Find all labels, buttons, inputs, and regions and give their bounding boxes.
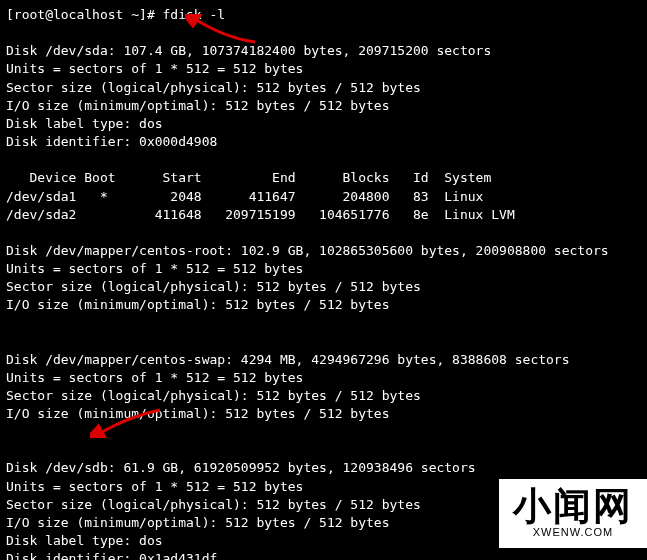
disk-root-line: Disk /dev/mapper/centos-root: 102.9 GB, … xyxy=(6,242,641,260)
disk-sdb-line: Disk /dev/sdb: 61.9 GB, 61920509952 byte… xyxy=(6,459,641,477)
disk-sda-line: Disk /dev/sda: 107.4 GB, 107374182400 by… xyxy=(6,42,641,60)
watermark-url: XWENW.COM xyxy=(513,527,633,538)
disk-sda-identifier: Disk identifier: 0x000d4908 xyxy=(6,133,641,151)
watermark: 小闻网 XWENW.COM xyxy=(499,479,647,548)
disk-sda-units: Units = sectors of 1 * 512 = 512 bytes xyxy=(6,60,641,78)
partition-row: /dev/sda1 * 2048 411647 204800 83 Linux xyxy=(6,188,641,206)
disk-root-units: Units = sectors of 1 * 512 = 512 bytes xyxy=(6,260,641,278)
disk-root-io: I/O size (minimum/optimal): 512 bytes / … xyxy=(6,296,641,314)
disk-root-sector: Sector size (logical/physical): 512 byte… xyxy=(6,278,641,296)
blank-line xyxy=(6,333,641,351)
blank-line xyxy=(6,151,641,169)
disk-sda-sector: Sector size (logical/physical): 512 byte… xyxy=(6,79,641,97)
disk-sdb-identifier: Disk identifier: 0x1ad431df xyxy=(6,550,641,560)
disk-sda-io: I/O size (minimum/optimal): 512 bytes / … xyxy=(6,97,641,115)
disk-swap-line: Disk /dev/mapper/centos-swap: 4294 MB, 4… xyxy=(6,351,641,369)
disk-sda-label: Disk label type: dos xyxy=(6,115,641,133)
blank-line xyxy=(6,224,641,242)
blank-line xyxy=(6,315,641,333)
partition-row: /dev/sda2 411648 209715199 104651776 8e … xyxy=(6,206,641,224)
partition-header: Device Boot Start End Blocks Id System xyxy=(6,169,641,187)
disk-swap-io: I/O size (minimum/optimal): 512 bytes / … xyxy=(6,405,641,423)
blank-line xyxy=(6,441,641,459)
blank-line xyxy=(6,24,641,42)
blank-line xyxy=(6,423,641,441)
shell-prompt[interactable]: [root@localhost ~]# fdisk -l xyxy=(6,6,641,24)
disk-swap-units: Units = sectors of 1 * 512 = 512 bytes xyxy=(6,369,641,387)
watermark-text: 小闻网 xyxy=(513,487,633,525)
disk-swap-sector: Sector size (logical/physical): 512 byte… xyxy=(6,387,641,405)
